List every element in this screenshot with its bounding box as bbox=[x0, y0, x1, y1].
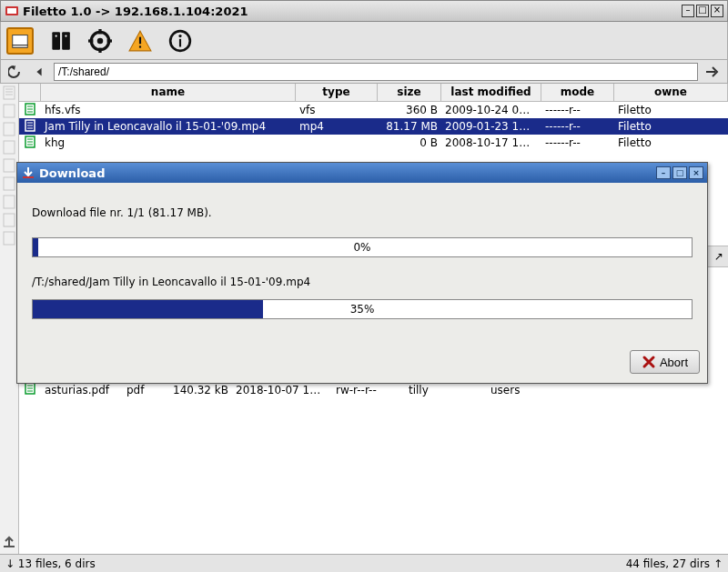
gutter-doc-icon bbox=[3, 140, 15, 155]
settings-button[interactable] bbox=[86, 27, 114, 55]
svg-rect-31 bbox=[4, 214, 15, 226]
col-mode[interactable]: mode bbox=[541, 84, 614, 101]
minimize-button[interactable]: – bbox=[682, 5, 694, 17]
svg-rect-4 bbox=[52, 32, 60, 50]
svg-rect-62 bbox=[23, 176, 34, 178]
go-button[interactable] bbox=[703, 63, 722, 81]
window-title: Filetto 1.0 -> 192.168.1.104:2021 bbox=[23, 5, 680, 18]
svg-point-18 bbox=[178, 34, 181, 36]
status-left: ↓ 13 files, 6 dirs bbox=[5, 557, 626, 570]
svg-rect-2 bbox=[13, 35, 28, 45]
table-row[interactable]: hfs.vfsvfs360 B2009-10-24 0…------r--Fil… bbox=[19, 102, 728, 118]
svg-rect-19 bbox=[179, 38, 181, 46]
abort-x-icon bbox=[642, 355, 656, 369]
share-right-arrow[interactable]: ↗ bbox=[710, 250, 728, 263]
gutter-doc-icon bbox=[3, 176, 15, 191]
download-icon bbox=[21, 166, 35, 180]
abort-label: Abort bbox=[660, 356, 688, 369]
abort-button[interactable]: Abort bbox=[630, 350, 700, 374]
maximize-button[interactable]: □ bbox=[696, 5, 709, 17]
server-button[interactable] bbox=[46, 27, 74, 55]
main-toolbar bbox=[0, 22, 728, 60]
gutter-doc-icon bbox=[3, 231, 15, 246]
left-gutter bbox=[0, 84, 18, 554]
back-button[interactable] bbox=[6, 63, 25, 81]
svg-point-6 bbox=[56, 35, 57, 36]
svg-rect-30 bbox=[4, 196, 15, 208]
gutter-doc-icon bbox=[3, 122, 15, 136]
close-button[interactable]: × bbox=[711, 5, 723, 17]
dialog-title: Download bbox=[39, 166, 654, 180]
svg-rect-32 bbox=[4, 232, 15, 245]
gutter-doc-icon bbox=[3, 158, 15, 173]
col-size[interactable]: size bbox=[378, 84, 441, 101]
svg-point-7 bbox=[65, 35, 66, 36]
svg-rect-25 bbox=[4, 105, 15, 117]
svg-rect-26 bbox=[4, 123, 15, 135]
dialog-footer: Abort bbox=[17, 346, 707, 383]
svg-rect-1 bbox=[7, 8, 16, 14]
col-type[interactable]: type bbox=[296, 84, 378, 101]
file-progress-label: 35% bbox=[33, 300, 692, 318]
status-right: 44 files, 27 dirs ↑ bbox=[626, 557, 723, 570]
table-row[interactable]: Jam Tilly in Leoncavallo il 15-01-'09.mp… bbox=[19, 118, 728, 135]
dialog-minimize-button[interactable]: – bbox=[656, 166, 671, 179]
download-count-label: Download file nr. 1/1 (81.17 MB). bbox=[32, 206, 693, 219]
table-row[interactable]: khg0 B2008-10-17 1…------r--Filetto bbox=[19, 135, 728, 151]
gutter-doc-icon bbox=[3, 195, 15, 209]
download-path-label: /T:/shared/Jam Tilly in Leoncavallo il 1… bbox=[32, 276, 693, 288]
svg-rect-5 bbox=[62, 32, 70, 50]
gutter-doc-icon bbox=[3, 85, 15, 100]
svg-rect-21 bbox=[4, 86, 15, 99]
table-header: name type size last modified mode owne bbox=[19, 84, 728, 102]
svg-rect-28 bbox=[4, 159, 15, 172]
app-icon bbox=[5, 4, 19, 18]
col-last-modified[interactable]: last modified bbox=[441, 84, 541, 101]
address-input[interactable] bbox=[54, 63, 698, 81]
dialog-maximize-button[interactable]: □ bbox=[672, 166, 687, 179]
col-icon[interactable] bbox=[19, 84, 41, 101]
download-dialog: Download – □ × Download file nr. 1/1 (81… bbox=[16, 162, 708, 384]
dialog-titlebar[interactable]: Download – □ × bbox=[17, 163, 707, 183]
status-bar: ↓ 13 files, 6 dirs 44 files, 27 dirs ↑ bbox=[0, 554, 728, 572]
overall-progress-label: 0% bbox=[33, 238, 692, 256]
upload-button[interactable] bbox=[0, 532, 18, 550]
window-titlebar: Filetto 1.0 -> 192.168.1.104:2021 – □ × bbox=[0, 0, 728, 22]
gutter-doc-icon bbox=[3, 104, 15, 118]
svg-point-9 bbox=[97, 37, 104, 44]
warning-icon[interactable] bbox=[126, 27, 154, 55]
gutter-doc-icon bbox=[3, 213, 15, 227]
svg-rect-3 bbox=[13, 45, 28, 47]
svg-rect-33 bbox=[4, 546, 15, 547]
col-name[interactable]: name bbox=[41, 84, 296, 101]
info-button[interactable] bbox=[167, 27, 194, 55]
refresh-button[interactable] bbox=[30, 63, 48, 81]
svg-rect-27 bbox=[4, 141, 15, 154]
overall-progress-bar: 0% bbox=[32, 237, 693, 257]
svg-rect-15 bbox=[139, 36, 141, 44]
address-bar bbox=[0, 60, 728, 84]
svg-rect-29 bbox=[4, 177, 15, 190]
dialog-close-button[interactable]: × bbox=[689, 166, 703, 179]
local-pane-button[interactable] bbox=[6, 27, 34, 55]
table-row[interactable]: asturias.pdfpdf140.32 kB2018-10-07 1…rw-… bbox=[19, 382, 728, 398]
col-owner[interactable]: owne bbox=[614, 84, 728, 101]
dialog-body: Download file nr. 1/1 (81.17 MB). 0% /T:… bbox=[17, 183, 707, 346]
file-progress-bar: 35% bbox=[32, 299, 693, 319]
svg-rect-16 bbox=[139, 45, 141, 47]
